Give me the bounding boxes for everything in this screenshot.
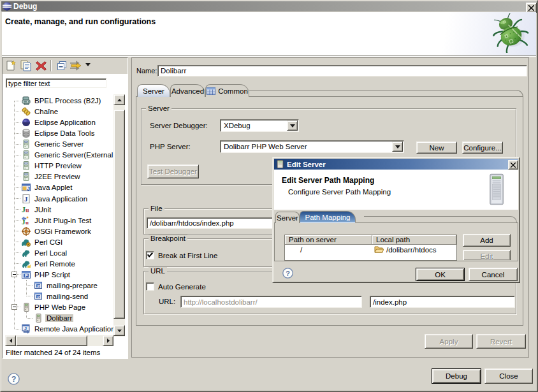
svg-text:J: J bbox=[27, 185, 30, 192]
svg-text:u: u bbox=[25, 207, 29, 214]
svg-text:P: P bbox=[25, 273, 28, 278]
svg-text:P: P bbox=[38, 294, 40, 298]
svg-text:?: ? bbox=[11, 375, 16, 384]
svg-text:?: ? bbox=[286, 270, 290, 277]
svg-text:J: J bbox=[24, 326, 27, 331]
svg-text:J: J bbox=[24, 195, 28, 203]
svg-text:P: P bbox=[38, 284, 40, 287]
svg-text:u: u bbox=[25, 219, 29, 226]
